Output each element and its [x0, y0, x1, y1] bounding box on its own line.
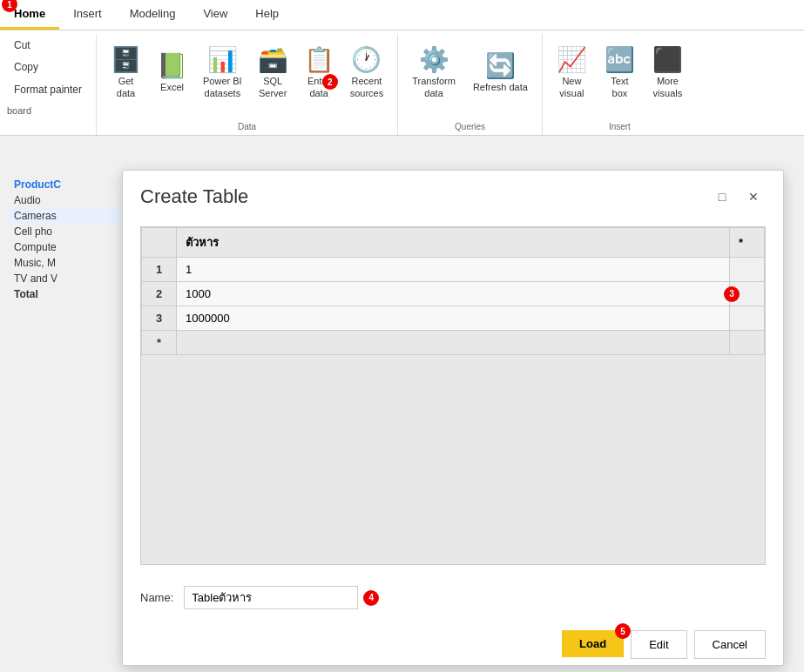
more-visuals-button[interactable]: ⬛ More visuals: [645, 37, 690, 107]
insert-section-label: Insert: [543, 122, 697, 131]
tab-home-label: Home: [14, 7, 45, 20]
new-visual-icon: 📈: [557, 45, 587, 74]
close-icon: ✕: [748, 190, 759, 204]
format-painter-button[interactable]: Format painter: [7, 82, 89, 97]
tab-home[interactable]: Home 1: [0, 0, 59, 30]
cancel-label: Cancel: [713, 638, 747, 651]
get-data-button[interactable]: 🗄️ Get data: [104, 37, 148, 107]
data-section-label: Data: [97, 122, 397, 131]
dialog-title: Create Table: [140, 185, 248, 208]
transform-button[interactable]: ⚙️ Transformdata: [405, 37, 463, 107]
cell-3-value[interactable]: 1000000: [177, 306, 730, 331]
tab-help[interactable]: Help: [241, 0, 293, 30]
refresh-label: Refresh data: [473, 82, 528, 93]
dialog-footer: Load 5 Edit Cancel: [123, 620, 783, 669]
copy-label: Copy: [14, 61, 38, 73]
row2-badge: 3: [724, 286, 740, 302]
load-button[interactable]: Load: [562, 630, 624, 657]
transform-label: Transformdata: [412, 76, 456, 98]
cell-1-value[interactable]: 1: [177, 258, 730, 282]
name-badge: 4: [363, 590, 379, 606]
sql-label: SQL Server: [259, 76, 287, 98]
bg-music: Music, M: [7, 255, 124, 271]
new-row-value[interactable]: [177, 331, 730, 355]
tab-modeling[interactable]: Modeling: [116, 0, 190, 30]
new-row-star: [730, 331, 765, 355]
sql-icon: 🗃️: [258, 45, 288, 74]
recent-sources-icon: 🕐: [351, 45, 382, 74]
cut-label: Cut: [14, 39, 30, 51]
row-num-1: 1: [142, 258, 177, 282]
cell-2-value[interactable]: 1000 3: [177, 282, 730, 306]
load-label: Load: [579, 637, 606, 650]
enter-data-button[interactable]: 📋 Enter data 2: [297, 37, 341, 107]
more-visuals-label: More visuals: [653, 76, 683, 98]
empty-table-area: [141, 355, 765, 564]
ribbon-tab-bar: Home 1 Insert Modeling View Help: [0, 0, 804, 30]
sql-button[interactable]: 🗃️ SQL Server: [251, 37, 295, 107]
text-box-label: Text box: [611, 76, 628, 98]
edit-label: Edit: [649, 638, 668, 651]
bg-total: Total: [7, 286, 124, 302]
data-table-container: ตัวหาร * 1 1 2 1000 3: [140, 226, 766, 565]
new-row[interactable]: *: [142, 331, 765, 355]
tab-view-label: View: [203, 7, 227, 20]
edit-button[interactable]: Edit: [631, 630, 686, 659]
recent-sources-button[interactable]: 🕐 Recent sources: [343, 37, 391, 107]
col-header-star: *: [730, 228, 765, 258]
get-data-icon: 🗄️: [111, 45, 141, 74]
more-visuals-icon: ⬛: [652, 45, 683, 74]
refresh-button[interactable]: 🔄 Refresh data: [466, 37, 535, 107]
excel-label: Excel: [160, 82, 184, 93]
maximize-button[interactable]: □: [710, 185, 734, 209]
cell-3-star: [730, 306, 765, 331]
data-section: 🗄️ Get data 📗 Excel 📊 Power BI datasets …: [97, 34, 398, 135]
queries-section: ⚙️ Transformdata 🔄 Refresh data Queries: [398, 34, 543, 135]
create-table-grid: ตัวหาร * 1 1 2 1000 3: [141, 227, 765, 355]
new-visual-label: New visual: [559, 76, 584, 98]
bg-tv: TV and V: [7, 271, 124, 286]
new-row-num: *: [142, 331, 177, 355]
insert-section: 📈 New visual 🔤 Text box ⬛ More visuals I…: [543, 34, 697, 135]
enter-data-badge: 2: [322, 74, 338, 90]
table-row[interactable]: 1 1: [142, 258, 765, 282]
row-num-2: 2: [142, 282, 177, 306]
table-row[interactable]: 2 1000 3: [142, 282, 765, 306]
power-bi-icon: 📊: [207, 45, 238, 74]
table-row[interactable]: 3 1000000: [142, 306, 765, 331]
text-box-button[interactable]: 🔤 Text box: [598, 37, 642, 107]
power-bi-button[interactable]: 📊 Power BI datasets: [196, 37, 249, 107]
ribbon-content: Cut Copy Format painter board 🗄️ Get dat…: [0, 30, 804, 135]
name-row: Name: 4: [123, 575, 783, 620]
get-data-label: Get data: [117, 76, 135, 98]
bg-header: ProductC: [7, 177, 124, 192]
text-box-icon: 🔤: [605, 45, 635, 74]
cut-button[interactable]: Cut: [7, 37, 89, 53]
bg-list: ProductC Audio Cameras Cell pho Compute …: [7, 177, 124, 302]
clipboard-section: Cut Copy Format painter board: [0, 34, 97, 135]
bg-computer: Compute: [7, 239, 124, 255]
cancel-button[interactable]: Cancel: [694, 630, 766, 659]
cell-1-star: [730, 258, 765, 282]
ribbon: Home 1 Insert Modeling View Help Cut Cop…: [0, 0, 804, 136]
new-visual-button[interactable]: 📈 New visual: [550, 37, 594, 107]
power-bi-label: Power BI datasets: [203, 76, 242, 98]
tab-insert[interactable]: Insert: [59, 0, 116, 30]
dialog-controls: □ ✕: [710, 185, 766, 209]
copy-button[interactable]: Copy: [7, 59, 89, 75]
table-name-input[interactable]: [184, 586, 358, 609]
load-badge: 5: [615, 623, 631, 639]
row-num-3: 3: [142, 306, 177, 331]
bg-content: ProductC Audio Cameras Cell pho Compute …: [0, 170, 131, 309]
close-button[interactable]: ✕: [741, 185, 766, 209]
tab-help-label: Help: [255, 7, 279, 20]
tab-modeling-label: Modeling: [130, 7, 176, 20]
refresh-icon: 🔄: [485, 51, 516, 80]
tab-insert-label: Insert: [73, 7, 102, 20]
bg-cameras: Cameras: [7, 208, 124, 224]
tab-view[interactable]: View: [189, 0, 241, 30]
excel-button[interactable]: 📗 Excel: [150, 37, 194, 107]
name-label: Name:: [140, 591, 173, 604]
bg-audio: Audio: [7, 192, 124, 208]
format-painter-label: Format painter: [14, 84, 82, 96]
